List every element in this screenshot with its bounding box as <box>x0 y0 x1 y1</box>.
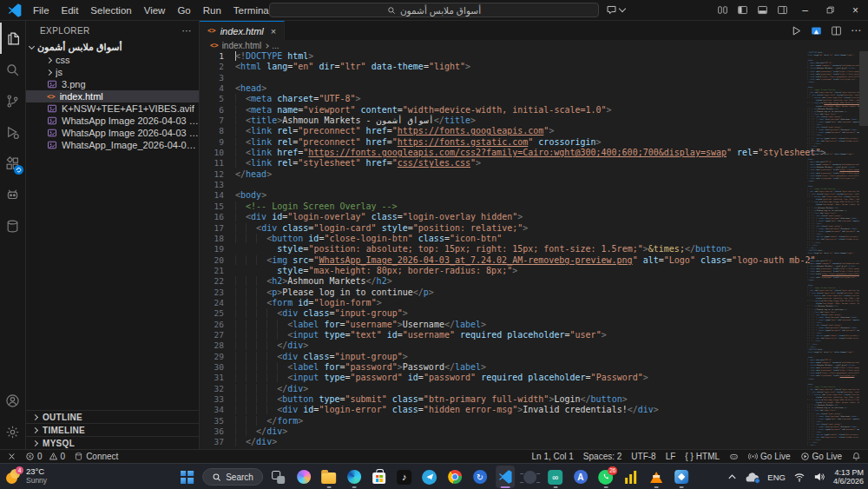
powerbi-button[interactable] <box>621 466 641 488</box>
editor-scrollbar[interactable] <box>859 51 868 449</box>
activitybar-database[interactable] <box>0 210 26 241</box>
code-line[interactable]: 25 <div class="input-group"> <box>200 308 868 319</box>
file-item-3-png[interactable]: 3.png <box>26 78 199 90</box>
encoding[interactable]: UTF-8 <box>631 452 655 461</box>
tiktok-button[interactable]: ♪ <box>395 466 414 488</box>
code-line[interactable]: 29 <div class="input-group"> <box>200 352 868 362</box>
activitybar-accounts[interactable] <box>0 385 26 416</box>
menu-file[interactable]: File <box>27 5 56 16</box>
code-line[interactable]: 15 <!-- Login Screen Overlay --> <box>200 202 868 212</box>
cursor-position[interactable]: Ln 1, Col 1 <box>531 452 573 461</box>
vscode-taskbar-button[interactable] <box>496 466 515 488</box>
file-item-js[interactable]: js <box>26 66 199 78</box>
activitybar-extensions[interactable] <box>0 148 26 179</box>
code-line[interactable]: 14<body> <box>200 190 868 201</box>
activitybar-search[interactable] <box>0 54 26 85</box>
code-line[interactable]: 28 </div> <box>200 340 868 351</box>
more-actions-icon[interactable]: ⋯ <box>851 24 861 36</box>
code-line[interactable]: 37 </div> <box>200 437 868 447</box>
code-line[interactable]: 22 <h2>Ashmoun Markets</h2> <box>200 276 868 287</box>
menu-selection[interactable]: Selection <box>84 5 137 16</box>
activitybar-ai-assistant[interactable] <box>0 179 26 210</box>
minimize-button[interactable]: – <box>792 0 818 20</box>
code-line[interactable]: 27 <input type="text" id="username" requ… <box>200 330 868 340</box>
edge-button[interactable] <box>345 466 364 488</box>
photos-button[interactable] <box>672 466 691 488</box>
capture-app-button[interactable]: ∞ <box>546 466 565 488</box>
chrome-button[interactable] <box>445 466 464 488</box>
file-item-whatsapp-image-2026-04-03-at-7[interactable]: WhatsApp_Image_2026-04-03_at_7.24.02_A..… <box>26 139 199 151</box>
section-mysql[interactable]: MYSQL <box>26 436 199 449</box>
toggle-panel-icon[interactable] <box>753 0 773 20</box>
menu-edit[interactable]: Edit <box>56 5 85 16</box>
code-editor[interactable]: 1<!DOCTYPE html>2<html lang="en" dir="lt… <box>200 51 868 449</box>
telegram-button[interactable] <box>420 466 439 488</box>
toggle-secondary-sidebar-icon[interactable] <box>773 0 792 20</box>
close-tab-icon[interactable]: × <box>271 26 276 36</box>
taskbar-search[interactable]: Search <box>202 468 263 486</box>
eol-sequence[interactable]: LF <box>666 452 676 461</box>
code-line[interactable]: 16 <div id="login-overlay" class="login-… <box>200 212 868 222</box>
code-line[interactable]: 8 <link rel="preconnect" href="https://f… <box>200 126 868 136</box>
code-line[interactable]: 12</head> <box>200 169 868 180</box>
tab-index-html[interactable]: <> index.html × <box>200 21 285 40</box>
code-line[interactable]: 21 style="max-height: 80px; border-radiu… <box>200 266 868 276</box>
code-line[interactable]: 34 <div id="login-error" class="hidden e… <box>200 405 868 415</box>
section-outline[interactable]: OUTLINE <box>26 410 199 423</box>
sync-app-button[interactable]: ↻ <box>470 466 490 488</box>
restore-button[interactable] <box>818 0 843 20</box>
spider-app-button[interactable] <box>521 466 540 488</box>
notifications-button[interactable] <box>852 452 861 461</box>
code-line[interactable]: 18 <button id="close-login-btn" class="i… <box>200 234 868 244</box>
code-line[interactable]: 20 <img src="WhatsApp_Image_2026-04-03_a… <box>200 255 868 266</box>
code-line[interactable]: 7 <title>Ashmoun Markets - أسواق أشمون</… <box>200 116 868 126</box>
menu-view[interactable]: View <box>138 5 172 16</box>
code-line[interactable]: 5 <meta charset="UTF-8"> <box>200 94 868 104</box>
code-line[interactable]: 19 style="position: absolute; top: 15px;… <box>200 244 868 254</box>
language-mode[interactable]: { } HTML <box>685 452 720 461</box>
onedrive-icon[interactable] <box>745 472 760 483</box>
code-line[interactable]: 23 <p>Please log in to continue</p> <box>200 287 868 298</box>
scrollbar-thumb[interactable] <box>859 51 868 126</box>
breadcrumb-more[interactable]: ... <box>272 41 279 50</box>
wifi-icon[interactable] <box>793 472 806 482</box>
menu-run[interactable]: Run <box>197 5 227 16</box>
code-line[interactable]: 24 <form id="login-form"> <box>200 298 868 308</box>
code-line[interactable]: 31 <input type="password" id="password" … <box>200 373 868 383</box>
code-line[interactable]: 6 <meta name="viewport" content="width=d… <box>200 105 868 116</box>
store-button[interactable] <box>370 466 389 488</box>
code-line[interactable]: 33 <button type="submit" class="btn-prim… <box>200 394 868 405</box>
activitybar-run-debug[interactable] <box>0 116 26 148</box>
open-in-browser-icon[interactable] <box>811 25 822 36</box>
vlc-button[interactable] <box>647 466 666 488</box>
code-line[interactable]: 3 <box>200 73 868 83</box>
activitybar-settings[interactable] <box>0 416 26 447</box>
breadcrumb-file[interactable]: index.html <box>222 41 262 50</box>
input-language[interactable]: ENG <box>767 472 786 482</box>
code-line[interactable]: 9 <link rel="preconnect" href="https://f… <box>200 137 868 148</box>
file-item-index-html[interactable]: <>index.html <box>26 90 199 102</box>
file-item-whatsapp-image-2026-04-03-at-7[interactable]: WhatsApp Image 2026-04-03 at 7.38.29 AM.… <box>26 127 199 139</box>
tray-chevron-up-icon[interactable] <box>727 473 737 480</box>
copilot-menu-button[interactable] <box>606 3 625 17</box>
code-line[interactable]: 30 <label for="password">Password</label… <box>200 362 868 373</box>
whatsapp-button[interactable]: 26 <box>596 466 615 488</box>
code-line[interactable]: 11 <link rel="stylesheet" href="css/styl… <box>200 158 868 169</box>
code-line[interactable]: 32 </div> <box>200 384 868 394</box>
file-item-k-nsw-tee-af1-vibes-avif[interactable]: K+NSW+TEE+AF1+VIBES.avif <box>26 102 199 115</box>
file-explorer-button[interactable] <box>319 466 339 488</box>
remote-indicator[interactable] <box>7 452 16 461</box>
breadcrumb[interactable]: <> index.html ... <box>200 40 868 51</box>
code-line[interactable]: 26 <label for="username">Username</label… <box>200 320 868 330</box>
command-center-search[interactable]: أسواق ملابس أشمون <box>269 3 599 17</box>
explorer-more-icon[interactable]: ⋯ <box>182 25 192 36</box>
tray-clock[interactable]: 4:13 PM 4/6/2026 <box>833 468 864 486</box>
minimap[interactable]: <!DOCTYPE html><html lang="en" dir="ltr"… <box>807 51 859 449</box>
code-line[interactable]: 2<html lang="en" dir="ltr" data-theme="l… <box>200 62 868 72</box>
volume-icon[interactable] <box>813 472 825 482</box>
code-line[interactable]: 10 <link href="https://fonts.googleapis.… <box>200 148 868 158</box>
code-line[interactable]: 1<!DOCTYPE html> <box>200 51 868 62</box>
problems-indicator[interactable]: 0 0 <box>25 452 65 461</box>
code-line[interactable]: 35 </form> <box>200 416 868 426</box>
code-line[interactable]: 13 <box>200 180 868 190</box>
